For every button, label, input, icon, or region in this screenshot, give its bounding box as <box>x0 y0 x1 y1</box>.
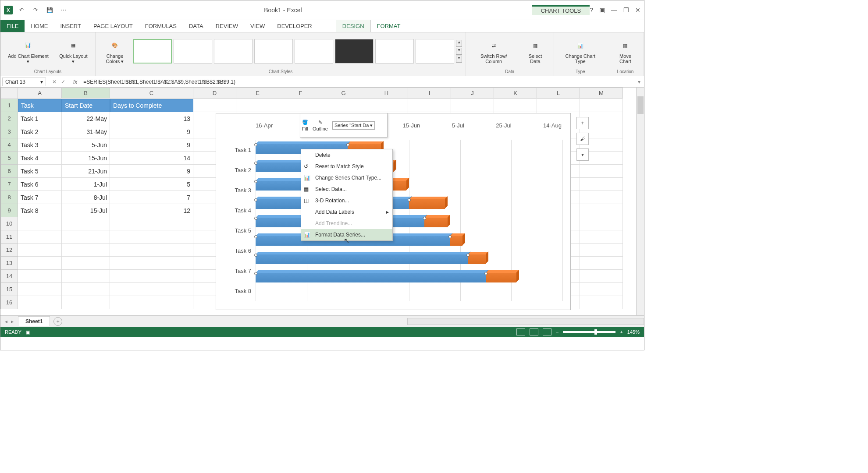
tab-home[interactable]: HOME <box>25 20 54 32</box>
chart-style-4[interactable] <box>254 39 293 64</box>
ctx-add-data-labels[interactable]: Add Data Labels▸ <box>301 206 392 218</box>
cell-B6[interactable]: 21-Jun <box>62 165 110 178</box>
embedded-chart[interactable]: 16-Apr6-May26-May15-Jun5-Jul25-Jul14-Aug… <box>216 113 571 310</box>
cell-M15[interactable] <box>580 283 623 296</box>
cell-A3[interactable]: Task 2 <box>18 125 62 138</box>
sheet-tab-sheet1[interactable]: Sheet1 <box>18 316 50 326</box>
mini-series-select[interactable]: Series "Start Da ▾ <box>332 121 375 130</box>
cell-C6[interactable]: 9 <box>110 165 193 178</box>
cell-C3[interactable]: 9 <box>110 125 193 138</box>
mini-outline-button[interactable]: ✎ Outline <box>313 120 328 131</box>
cell-B13[interactable] <box>62 257 110 270</box>
cell-C8[interactable]: 7 <box>110 191 193 204</box>
cell-C1[interactable]: Days to Complete <box>110 99 193 112</box>
row-10[interactable]: 10 <box>0 217 18 230</box>
cell-A12[interactable] <box>18 244 62 257</box>
chart-style-6[interactable] <box>335 39 374 64</box>
tab-view[interactable]: VIEW <box>244 20 271 32</box>
cell-H1[interactable] <box>365 99 408 112</box>
horizontal-scrollbar[interactable] <box>407 318 644 325</box>
cell-B4[interactable]: 5-Jun <box>62 138 110 152</box>
save-button[interactable]: 💾 <box>44 5 55 15</box>
bar-duration-Task 7[interactable] <box>468 254 486 264</box>
mini-fill-button[interactable]: 🪣 Fill <box>302 120 308 131</box>
quick-layout-button[interactable]: ▦ Quick Layout ▾ <box>55 37 92 66</box>
cell-B5[interactable]: 15-Jun <box>62 152 110 165</box>
cell-E1[interactable] <box>236 99 279 112</box>
tab-design[interactable]: DESIGN <box>336 20 371 32</box>
cell-M16[interactable] <box>580 296 623 309</box>
formula-expand[interactable]: ▾ <box>634 79 644 85</box>
undo-button[interactable]: ↶ <box>16 5 27 15</box>
change-colors-button[interactable]: 🎨 Change Colors ▾ <box>99 37 131 66</box>
cell-A8[interactable]: Task 7 <box>18 191 62 204</box>
cell-M13[interactable] <box>580 257 623 270</box>
cell-M1[interactable] <box>580 99 623 112</box>
cell-C7[interactable]: 5 <box>110 178 193 191</box>
zoom-level[interactable]: 145% <box>627 329 640 335</box>
row-12[interactable]: 12 <box>0 244 18 257</box>
row-5[interactable]: 5 <box>0 152 18 165</box>
close-button[interactable]: ✕ <box>635 7 640 14</box>
normal-view-button[interactable] <box>516 328 525 335</box>
vertical-scrollbar[interactable] <box>636 88 644 315</box>
cell-C15[interactable] <box>110 283 193 296</box>
cell-K1[interactable] <box>494 99 537 112</box>
zoom-out-button[interactable]: − <box>556 329 559 335</box>
page-break-view-button[interactable] <box>543 328 551 335</box>
cell-A14[interactable] <box>18 270 62 283</box>
bar-duration-Task 8[interactable] <box>486 273 516 282</box>
cell-M8[interactable] <box>580 191 623 204</box>
row-9[interactable]: 9 <box>0 204 18 217</box>
redo-button[interactable]: ↷ <box>30 5 41 15</box>
cell-B16[interactable] <box>62 296 110 309</box>
cell-A16[interactable] <box>18 296 62 309</box>
ctx-select-data[interactable]: ▦Select Data... <box>301 184 392 195</box>
cell-M7[interactable] <box>580 178 623 191</box>
qat-more[interactable]: ⋯ <box>58 5 69 15</box>
cell-A1[interactable]: Task <box>18 99 62 112</box>
cell-B1[interactable]: Start Date <box>62 99 110 112</box>
chart-filters-button[interactable]: ▾ <box>576 148 589 161</box>
accept-formula-button[interactable]: ✓ <box>61 79 65 85</box>
ribbon-options-button[interactable]: ▣ <box>599 7 605 14</box>
cell-A15[interactable] <box>18 283 62 296</box>
ctx-delete[interactable]: Delete <box>301 149 392 161</box>
cell-A7[interactable]: Task 6 <box>18 178 62 191</box>
cell-A11[interactable] <box>18 230 62 244</box>
tab-data[interactable]: DATA <box>183 20 210 32</box>
col-L[interactable]: L <box>537 88 580 99</box>
cell-G1[interactable] <box>322 99 365 112</box>
fx-icon[interactable]: fx <box>70 79 81 85</box>
cell-M10[interactable] <box>580 217 623 230</box>
chart-style-5[interactable] <box>295 39 333 64</box>
row-3[interactable]: 3 <box>0 125 18 138</box>
col-D[interactable]: D <box>193 88 236 99</box>
row-7[interactable]: 7 <box>0 178 18 191</box>
select-all-corner[interactable] <box>0 88 18 99</box>
y-axis[interactable]: Task 1Task 2Task 3Task 4Task 5Task 6Task… <box>221 140 251 301</box>
select-data-button[interactable]: ▦ Select Data <box>520 37 550 66</box>
cell-B15[interactable] <box>62 283 110 296</box>
col-F[interactable]: F <box>279 88 322 99</box>
row-13[interactable]: 13 <box>0 257 18 270</box>
cell-B11[interactable] <box>62 230 110 244</box>
cell-M6[interactable] <box>580 165 623 178</box>
cell-B3[interactable]: 31-May <box>62 125 110 138</box>
row-6[interactable]: 6 <box>0 165 18 178</box>
switch-row-column-button[interactable]: ⇄ Switch Row/ Column <box>470 37 518 66</box>
cell-C14[interactable] <box>110 270 193 283</box>
macro-record-icon[interactable]: ▣ <box>26 329 30 335</box>
cell-B7[interactable]: 1-Jul <box>62 178 110 191</box>
chart-elements-button[interactable]: + <box>576 117 589 129</box>
cell-C16[interactable] <box>110 296 193 309</box>
chart-styles-button[interactable]: 🖌 <box>576 133 589 145</box>
tab-format[interactable]: FORMAT <box>371 20 407 32</box>
bar-start-Task 8[interactable] <box>256 273 486 282</box>
sheet-nav-next[interactable]: ▸ <box>11 318 14 325</box>
gallery-up[interactable]: ▲ <box>456 40 462 47</box>
zoom-slider[interactable] <box>563 331 615 333</box>
col-J[interactable]: J <box>451 88 494 99</box>
cell-B2[interactable]: 22-May <box>62 112 110 125</box>
add-chart-element-button[interactable]: 📊 Add Chart Element ▾ <box>4 37 53 66</box>
